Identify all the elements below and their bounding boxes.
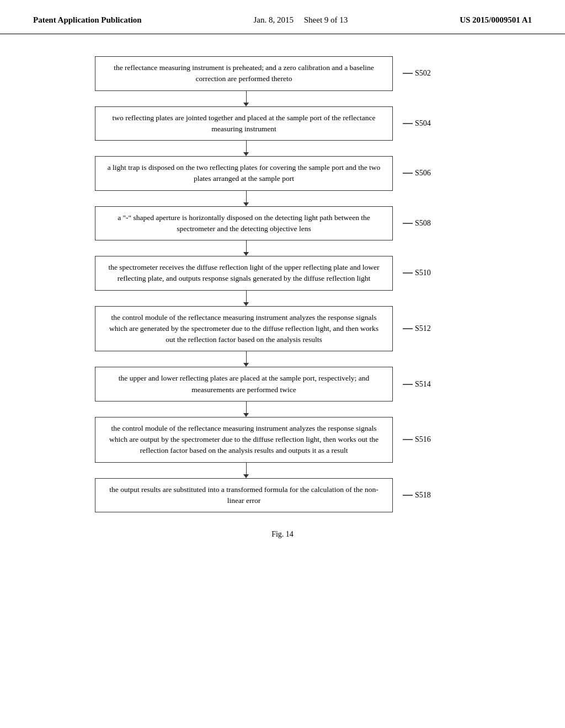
arrow-wrapper — [95, 463, 470, 478]
arrow-wrapper — [95, 351, 470, 367]
arrow-down — [243, 240, 249, 256]
arrow-wrapper — [95, 240, 470, 256]
step-label-S508: S508 — [403, 219, 431, 228]
step-box-S512: the control module of the reflectance me… — [95, 306, 393, 352]
arrow-wrapper — [95, 191, 470, 206]
step-row-S518: the output results are substituted into … — [95, 478, 470, 513]
step-box-S518: the output results are substituted into … — [95, 478, 393, 513]
arrow-line — [246, 191, 247, 202]
arrow-down — [243, 141, 249, 156]
step-box-S506: a light trap is disposed on the two refl… — [95, 156, 393, 191]
arrow-wrapper — [95, 402, 470, 417]
arrow-down — [243, 402, 249, 417]
arrow-wrapper — [95, 141, 470, 156]
header-sheet: Sheet 9 of 13 — [304, 15, 348, 24]
arrow-head-icon — [243, 152, 249, 156]
step-label-S510: S510 — [403, 269, 431, 277]
arrow-line — [246, 463, 247, 474]
arrow-head-icon — [243, 202, 249, 206]
arrow-line — [246, 291, 247, 302]
step-label-S518: S518 — [403, 491, 431, 500]
step-box-S508: a "-" shaped aperture is horizontally di… — [95, 206, 393, 241]
step-box-S514: the upper and lower reflecting plates ar… — [95, 367, 393, 402]
step-box-S516: the control module of the reflectance me… — [95, 417, 393, 463]
header-date: Jan. 8, 2015 — [254, 15, 294, 24]
step-row-S504: two reflecting plates are jointed togeth… — [95, 106, 470, 141]
header-right: US 2015/0009501 A1 — [460, 15, 532, 25]
arrow-head-icon — [243, 363, 249, 367]
step-label-S504: S504 — [403, 119, 431, 128]
figure-caption: Fig. 14 — [271, 530, 294, 539]
main-content: the reflectance measuring instrument is … — [0, 34, 565, 561]
header-left: Patent Application Publication — [33, 15, 142, 25]
step-row-S514: the upper and lower reflecting plates ar… — [95, 367, 470, 402]
step-label-S516: S516 — [403, 435, 431, 444]
flowchart: the reflectance measuring instrument is … — [95, 56, 470, 512]
arrow-head-icon — [243, 252, 249, 256]
arrow-down — [243, 463, 249, 478]
step-row-S508: a "-" shaped aperture is horizontally di… — [95, 206, 470, 241]
step-label-S506: S506 — [403, 169, 431, 178]
step-row-S512: the control module of the reflectance me… — [95, 306, 470, 352]
step-row-S506: a light trap is disposed on the two refl… — [95, 156, 470, 191]
arrow-line — [246, 141, 247, 152]
step-label-S502: S502 — [403, 69, 431, 78]
step-box-S502: the reflectance measuring instrument is … — [95, 56, 393, 91]
arrow-line — [246, 402, 247, 413]
arrow-line — [246, 240, 247, 252]
page-header: Patent Application Publication Jan. 8, 2… — [0, 0, 565, 34]
arrow-wrapper — [95, 91, 470, 106]
arrow-head-icon — [243, 413, 249, 417]
step-row-S502: the reflectance measuring instrument is … — [95, 56, 470, 91]
arrow-head-icon — [243, 103, 249, 106]
arrow-head-icon — [243, 302, 249, 306]
arrow-down — [243, 91, 249, 106]
arrow-line — [246, 351, 247, 363]
arrow-down — [243, 351, 249, 367]
header-center: Jan. 8, 2015 Sheet 9 of 13 — [254, 15, 348, 25]
arrow-down — [243, 191, 249, 206]
step-label-S512: S512 — [403, 324, 431, 333]
step-box-S504: two reflecting plates are jointed togeth… — [95, 106, 393, 141]
step-row-S510: the spectrometer receives the diffuse re… — [95, 256, 470, 291]
arrow-head-icon — [243, 474, 249, 478]
arrow-line — [246, 91, 247, 103]
step-box-S510: the spectrometer receives the diffuse re… — [95, 256, 393, 291]
step-label-S514: S514 — [403, 380, 431, 389]
arrow-wrapper — [95, 291, 470, 306]
step-row-S516: the control module of the reflectance me… — [95, 417, 470, 463]
arrow-down — [243, 291, 249, 306]
